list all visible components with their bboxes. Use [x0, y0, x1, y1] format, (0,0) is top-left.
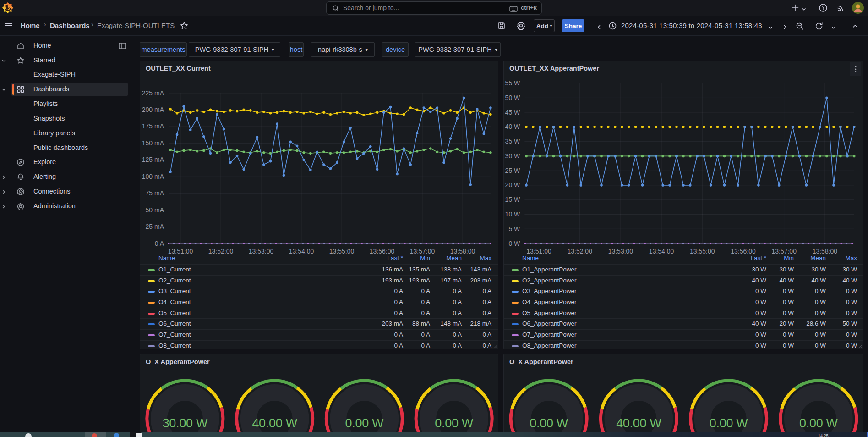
- svg-text:125 mA: 125 mA: [142, 156, 164, 163]
- svg-text:0.00 W: 0.00 W: [435, 416, 474, 430]
- svg-text:30 W: 30 W: [505, 152, 520, 160]
- svg-text:30.00 W: 30.00 W: [163, 416, 208, 430]
- svg-text:225 mA: 225 mA: [142, 89, 164, 97]
- svg-text:40.00 W: 40.00 W: [616, 416, 661, 430]
- svg-text:40 W: 40 W: [505, 123, 520, 130]
- svg-text:50 mA: 50 mA: [146, 206, 164, 214]
- svg-text:0.00 W: 0.00 W: [710, 416, 748, 430]
- svg-text:25 W: 25 W: [505, 167, 520, 174]
- svg-text:0 A: 0 A: [155, 240, 164, 247]
- svg-text:55 W: 55 W: [505, 79, 520, 87]
- svg-text:40.00 W: 40.00 W: [252, 416, 297, 430]
- svg-text:5 W: 5 W: [508, 225, 520, 232]
- svg-text:15 W: 15 W: [505, 196, 520, 203]
- svg-text:10 W: 10 W: [505, 210, 520, 218]
- svg-text:100 mA: 100 mA: [142, 173, 164, 180]
- svg-text:150 mA: 150 mA: [142, 139, 164, 147]
- svg-text:0.00 W: 0.00 W: [345, 416, 384, 430]
- svg-text:35 W: 35 W: [505, 138, 520, 145]
- svg-text:200 mA: 200 mA: [142, 106, 164, 113]
- svg-text:0 W: 0 W: [508, 240, 520, 247]
- svg-text:20 W: 20 W: [505, 181, 520, 188]
- svg-text:0.00 W: 0.00 W: [799, 416, 838, 430]
- svg-text:25 mA: 25 mA: [146, 223, 164, 230]
- svg-text:175 mA: 175 mA: [142, 122, 164, 130]
- svg-text:0.00 W: 0.00 W: [530, 416, 568, 430]
- svg-text:75 mA: 75 mA: [146, 189, 164, 197]
- svg-text:45 W: 45 W: [505, 109, 520, 116]
- svg-text:50 W: 50 W: [505, 94, 520, 101]
